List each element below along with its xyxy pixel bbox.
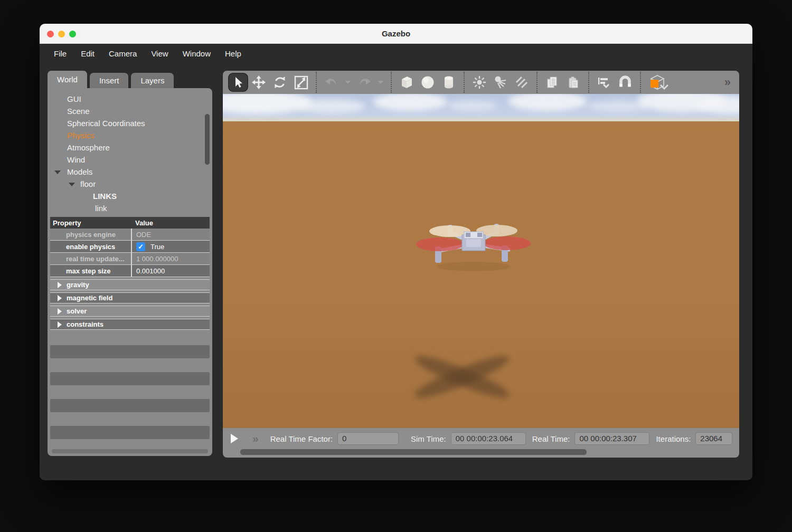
view-angle-button[interactable] [645,72,675,92]
tab-insert[interactable]: Insert [90,73,129,88]
empty-row [50,345,210,358]
collapse-arrow-icon[interactable] [69,183,75,186]
redo-history-dropdown-icon[interactable] [378,81,383,84]
insert-sphere-button[interactable] [417,72,438,92]
point-light-button[interactable] [469,72,490,92]
undo-icon [324,76,339,89]
tree-item-models[interactable]: Models [48,166,212,178]
align-button[interactable] [593,72,615,92]
step-button[interactable]: » [252,432,258,445]
sphere-icon [420,74,436,90]
viewport-pane: » [223,71,739,458]
tree-item-wind[interactable]: Wind [48,154,212,166]
snap-button[interactable] [615,72,636,92]
menu-camera[interactable]: Camera [109,49,137,58]
menu-help[interactable]: Help [225,49,241,58]
main-content: World Insert Layers GUI Scene Spherical … [40,63,752,480]
tree-scrollbar[interactable] [205,114,210,165]
toolbar-separator [536,72,538,93]
world-panel-body: GUI Scene Spherical Coordinates Physics … [48,88,212,456]
property-group-solver[interactable]: solver [50,306,210,317]
tree-item-spherical-coordinates[interactable]: Spherical Coordinates [48,117,212,129]
tree-item-floor[interactable]: floor [48,178,212,190]
empty-row [50,399,210,412]
toolbar-separator [316,72,317,93]
property-group-constraints[interactable]: constraints [50,319,210,330]
paste-button[interactable] [563,72,584,92]
tree-item-scene[interactable]: Scene [48,105,212,117]
property-row-enable-physics[interactable]: enable physics True [50,241,210,253]
menu-file[interactable]: File [54,49,67,58]
property-row-real-time-update[interactable]: real time update... 1 000.000000 [50,253,210,265]
window-title: Gazebo [40,24,752,44]
property-group-magnetic-field[interactable]: magnetic field [50,292,210,303]
toolbar-overflow-button[interactable]: » [724,75,734,89]
panel-horizontal-scrollbar[interactable] [52,449,208,453]
redo-icon [357,76,372,89]
tab-layers[interactable]: Layers [131,73,174,88]
expand-arrow-icon[interactable] [58,321,62,328]
select-tool-button[interactable] [228,73,248,92]
panel-tabs: World Insert Layers [48,71,212,88]
toolbar-separator [464,72,465,93]
real-time-factor-field[interactable]: 0 [337,432,399,445]
menu-view[interactable]: View [151,49,168,58]
redo-button[interactable] [354,72,375,92]
viewport-horizontal-scrollbar[interactable] [240,449,587,455]
directional-light-button[interactable] [511,72,532,92]
sun-icon [472,75,487,90]
expand-arrow-icon[interactable] [58,295,62,301]
undo-button[interactable] [321,72,342,92]
insert-box-button[interactable] [396,72,417,92]
insert-cylinder-button[interactable] [438,72,459,92]
toolbar-separator [391,72,392,93]
menu-window[interactable]: Window [183,49,211,58]
property-column-header: Property [50,219,132,227]
sim-time-field[interactable]: 00 00:00:23.064 [451,432,526,445]
simulation-statusbar: » Real Time Factor: 0 Sim Time: 00 00:00… [223,428,739,458]
rotate-icon [272,75,287,90]
enable-physics-checkbox[interactable] [136,242,145,251]
world-tree: GUI Scene Spherical Coordinates Physics … [48,93,212,214]
menu-edit[interactable]: Edit [81,49,95,58]
left-panel: World Insert Layers GUI Scene Spherical … [48,71,212,456]
render-viewport[interactable] [223,94,739,428]
quadcopter-model[interactable] [416,222,532,272]
empty-row [50,372,210,385]
cursor-icon [232,76,244,89]
sim-time-label: Sim Time: [411,434,446,443]
property-group-gravity[interactable]: gravity [50,279,210,290]
magnet-icon [617,75,633,90]
collapse-arrow-icon[interactable] [54,170,61,174]
desktop: Gazebo File Edit Camera View Window Help… [0,0,792,532]
property-table-header: Property Value [50,217,210,229]
copy-icon [545,75,560,90]
tree-item-gui[interactable]: GUI [48,93,212,105]
property-row-physics-engine[interactable]: physics engine ODE [50,229,210,241]
scale-icon [294,75,308,90]
play-button[interactable] [231,434,238,443]
tree-item-physics[interactable]: Physics [48,129,212,141]
copy-button[interactable] [542,72,563,92]
scale-tool-button[interactable] [290,72,312,92]
expand-arrow-icon[interactable] [58,282,62,288]
undo-history-dropdown-icon[interactable] [345,81,351,84]
real-time-field[interactable]: 00 00:00:23.307 [574,432,649,445]
menubar: File Edit Camera View Window Help [40,44,752,63]
property-row-max-step-size[interactable]: max step size 0.001000 [50,265,210,277]
spot-light-button[interactable] [490,72,511,92]
gazebo-window: Gazebo File Edit Camera View Window Help… [40,24,752,480]
toolbar-separator [640,72,641,93]
tab-world[interactable]: World [48,71,87,88]
rotate-tool-button[interactable] [269,72,290,92]
tree-item-link[interactable]: link [48,202,212,214]
tree-item-atmosphere[interactable]: Atmosphere [48,141,212,154]
tree-item-links[interactable]: LINKS [48,190,212,202]
spot-light-icon [493,75,508,90]
expand-arrow-icon[interactable] [58,308,62,315]
align-icon [596,75,612,90]
render-toolbar: » [223,71,739,94]
iterations-field[interactable]: 23064 [695,432,732,445]
translate-tool-button[interactable] [248,72,269,92]
landing-mark [409,351,515,404]
